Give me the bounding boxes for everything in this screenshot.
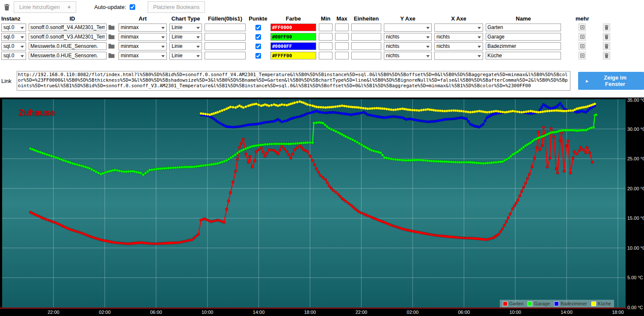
punkte-checkbox[interactable] — [255, 53, 261, 59]
chevron-down-icon — [426, 55, 430, 57]
name-input[interactable] — [486, 24, 561, 31]
einheiten-input[interactable] — [351, 24, 381, 31]
select-id-button[interactable] — [108, 34, 116, 40]
legend-item: Badezimmer — [554, 301, 587, 306]
instanz-select-value: sql.0 — [3, 43, 14, 49]
min-input[interactable] — [319, 52, 332, 59]
max-input[interactable] — [335, 33, 349, 41]
row-settings-button[interactable] — [579, 24, 586, 31]
name-input[interactable] — [486, 42, 561, 50]
y-axe-select[interactable]: nichts — [384, 33, 432, 41]
auto-update-checkbox[interactable] — [130, 4, 135, 10]
select-id-button[interactable] — [108, 53, 116, 59]
x-axe-select[interactable]: nichts — [434, 42, 483, 50]
punkte-cell — [248, 33, 268, 41]
row-settings-button[interactable] — [579, 52, 586, 59]
chevron-down-icon — [161, 27, 165, 29]
max-input[interactable] — [335, 42, 349, 50]
chevron-down-icon — [196, 46, 200, 48]
mehr-cell — [564, 52, 623, 59]
fuellen-input[interactable] — [205, 52, 246, 59]
row-delete-button[interactable] — [603, 24, 610, 31]
chevron-down-icon — [21, 27, 24, 29]
max-input[interactable] — [335, 52, 349, 59]
chart-type-select[interactable]: Linie — [169, 33, 202, 41]
folder-icon — [108, 34, 115, 39]
row-delete-button[interactable] — [603, 42, 610, 50]
x-tick-label: 10:00 — [198, 310, 217, 315]
id-input[interactable] — [29, 24, 107, 31]
row-settings-button[interactable] — [579, 42, 586, 50]
art-select[interactable]: minmax — [119, 33, 167, 41]
legend-item: Garage — [528, 301, 550, 306]
farbe-input[interactable] — [270, 24, 316, 31]
chevron-down-icon — [161, 46, 165, 48]
x-axe-select[interactable] — [434, 24, 483, 32]
art-select[interactable]: minmax — [119, 24, 167, 32]
column-header-chart-type: Chart Type — [169, 15, 202, 22]
legend-swatch — [503, 301, 507, 306]
chart-type-select[interactable]: Linie — [169, 52, 202, 60]
instanz-select[interactable]: sql.0 — [1, 33, 26, 41]
y-axe-select[interactable] — [384, 24, 432, 32]
place-booleans-button[interactable]: Platziere Booleans — [148, 1, 205, 13]
y-axe-select[interactable]: nichts — [384, 42, 432, 50]
punkte-checkbox[interactable] — [255, 44, 261, 49]
toolbar: Linie hinzufügen + Auto-update: Platzier… — [0, 0, 644, 14]
table-row: sql.0 minmax Linie — [0, 51, 644, 60]
farbe-input[interactable] — [270, 42, 316, 50]
min-input[interactable] — [319, 33, 332, 41]
x-axe-select[interactable] — [434, 52, 483, 60]
farbe-input[interactable] — [270, 52, 316, 59]
einheiten-input[interactable] — [351, 33, 381, 41]
id-input[interactable] — [29, 33, 107, 41]
art-select[interactable]: minmax — [119, 52, 167, 60]
show-in-window-button[interactable]: ► Zeige im Fenster — [578, 72, 644, 90]
instanz-select[interactable]: sql.0 — [1, 42, 26, 50]
name-input[interactable] — [486, 33, 561, 41]
row-delete-button[interactable] — [603, 52, 610, 59]
y-tick-label: 30.00 °C — [627, 127, 644, 132]
delete-chart-button[interactable] — [2, 2, 12, 12]
column-header-id: ID — [29, 15, 116, 22]
y-axe-select[interactable]: nichts — [384, 52, 432, 60]
editor-panel: Linie hinzufügen + Auto-update: Platzier… — [0, 0, 644, 97]
mehr-cell — [564, 24, 623, 31]
plus-icon: + — [68, 4, 71, 10]
select-id-button[interactable] — [108, 43, 116, 49]
id-input[interactable] — [29, 52, 107, 59]
y-axe-select-value: nichts — [386, 43, 399, 49]
x-tick-label: 18:00 — [301, 310, 320, 315]
select-id-button[interactable] — [108, 24, 116, 30]
einheiten-input[interactable] — [351, 52, 381, 59]
punkte-checkbox[interactable] — [255, 34, 261, 40]
id-input[interactable] — [29, 42, 107, 50]
link-textarea[interactable]: http://192.168.0.110:8082/flot/index.htm… — [17, 71, 570, 91]
add-line-button[interactable]: Linie hinzufügen + — [14, 1, 76, 13]
max-input[interactable] — [335, 24, 349, 31]
instanz-select[interactable]: sql.0 — [1, 52, 26, 60]
fuellen-input[interactable] — [205, 24, 246, 31]
fuellen-input[interactable] — [205, 42, 246, 50]
farbe-input[interactable] — [270, 33, 316, 41]
min-input[interactable] — [319, 42, 332, 50]
chart-legend: Garten Garage Badezimmer Küche — [500, 300, 614, 307]
row-settings-button[interactable] — [579, 33, 586, 41]
chart-plot: Zuhause — [2, 99, 626, 307]
min-input[interactable] — [319, 24, 332, 31]
auto-update-control: Auto-update: — [94, 3, 136, 11]
row-delete-button[interactable] — [603, 33, 610, 41]
chart-type-select[interactable]: Linie — [169, 42, 202, 50]
x-tick-label: 14:00 — [557, 310, 576, 315]
chevron-down-icon — [161, 55, 165, 57]
fuellen-input[interactable] — [205, 33, 246, 41]
chart-type-select[interactable]: Linie — [169, 24, 202, 32]
art-select[interactable]: minmax — [119, 42, 167, 50]
column-header-name: Name — [486, 15, 561, 22]
x-axe-select[interactable]: nichts — [434, 33, 483, 41]
x-axe-select-value: nichts — [436, 34, 450, 40]
punkte-checkbox[interactable] — [255, 25, 261, 30]
name-input[interactable] — [486, 52, 561, 59]
instanz-select[interactable]: sql.0 — [1, 24, 26, 32]
einheiten-input[interactable] — [351, 42, 381, 50]
